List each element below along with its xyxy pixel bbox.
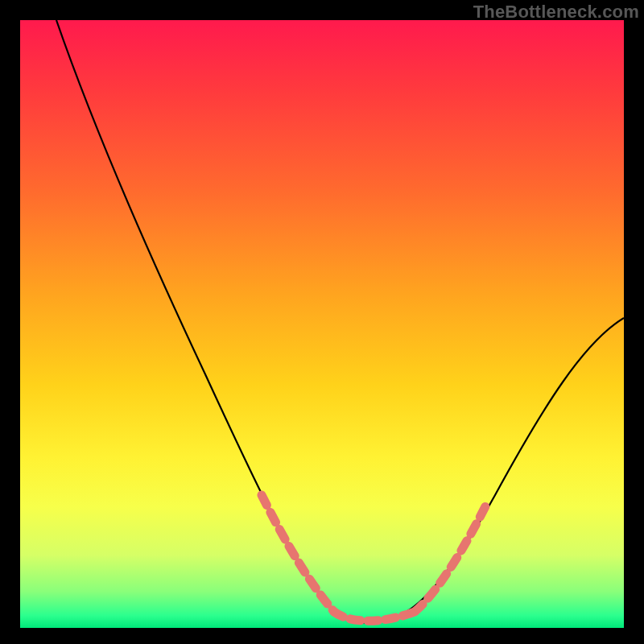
highlight-left: [262, 495, 334, 612]
highlight-right: [415, 503, 487, 612]
watermark-text: TheBottleneck.com: [473, 2, 639, 23]
bottleneck-curve-svg: [20, 20, 624, 628]
highlight-bottom: [334, 612, 415, 621]
bottleneck-curve: [56, 20, 624, 622]
chart-frame: TheBottleneck.com: [0, 0, 644, 644]
plot-area: [20, 20, 624, 628]
